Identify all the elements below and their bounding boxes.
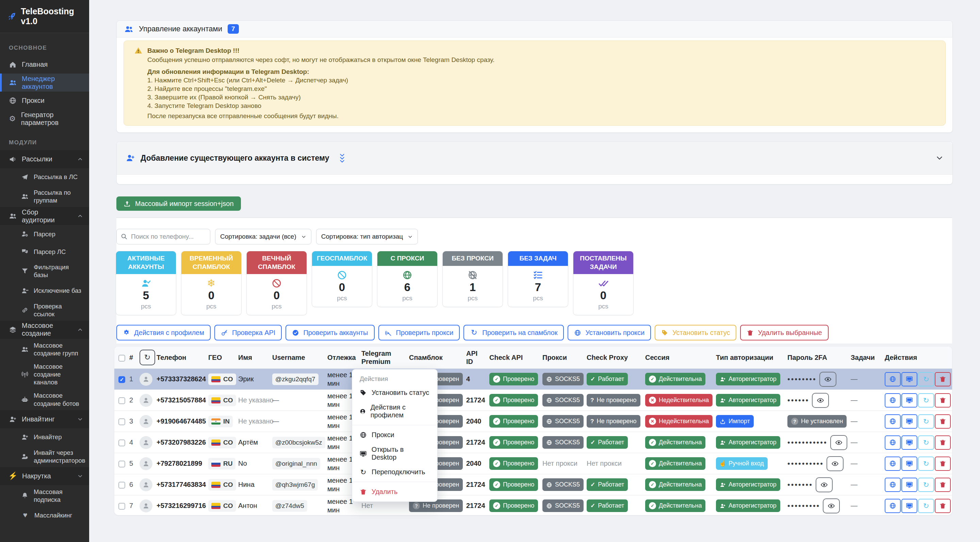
show-password-button[interactable] — [823, 499, 840, 513]
menu-item[interactable]: Действия с профилем — [352, 400, 437, 422]
row-checkbox[interactable] — [118, 418, 125, 425]
sidebar-item[interactable]: Массовая подписка — [0, 485, 89, 506]
bulk-action-button[interactable]: Проверка API — [215, 325, 282, 340]
refresh-table-button[interactable]: ↻ — [140, 350, 155, 365]
sidebar-item[interactable]: Массовое создание ботов — [0, 389, 89, 410]
bulk-action-button[interactable]: Проверить прокси — [379, 325, 460, 340]
select-all-checkbox[interactable] — [118, 355, 125, 362]
delete-button[interactable] — [935, 478, 951, 492]
reconnect-button[interactable]: ↻ — [918, 456, 934, 471]
sidebar-group[interactable]: Инвайтинг — [0, 410, 89, 428]
proxy-button[interactable] — [885, 435, 901, 450]
menu-item[interactable]: ↻Переподключить — [352, 465, 437, 479]
show-password-button[interactable] — [816, 477, 833, 492]
sidebar-item[interactable]: Парсер — [0, 225, 89, 243]
sidebar-item[interactable]: Инвайтер — [0, 428, 89, 446]
status-card[interactable]: ВЕЧНЫЙ СПАМБЛОК 0 pcs — [247, 251, 307, 315]
sidebar-item[interactable]: Исключение баз — [0, 282, 89, 300]
delete-button[interactable] — [935, 456, 951, 471]
open-desktop-button[interactable] — [901, 478, 917, 492]
bulk-import-button[interactable]: Массовый импорт session+json — [116, 196, 241, 211]
sidebar-item[interactable]: Рассылка в ЛС — [0, 168, 89, 186]
add-account-header[interactable]: Добавление существующего аккаунта в сист… — [117, 142, 953, 175]
open-desktop-button[interactable] — [901, 393, 917, 408]
sidebar-item[interactable]: Рассылка по группам — [0, 186, 89, 207]
sidebar-group[interactable]: ⚡Накрутка — [0, 467, 89, 485]
sidebar-item[interactable]: ⚙Генератор параметров — [0, 110, 89, 128]
reconnect-button[interactable]: ↻ — [918, 414, 934, 429]
menu-item[interactable]: Удалить — [352, 485, 437, 499]
phone-search-input[interactable] — [116, 229, 210, 244]
row-checkbox[interactable] — [118, 461, 125, 467]
bulk-action-button[interactable]: Удалить выбранные — [740, 325, 828, 340]
bulk-action-button[interactable]: Установить статус — [655, 325, 737, 340]
status-card[interactable]: АКТИВНЫЕ АККАУНТЫ 5 pcs — [116, 251, 176, 315]
open-desktop-button[interactable] — [901, 499, 917, 513]
row-checkbox[interactable] — [118, 503, 125, 510]
delete-button[interactable] — [935, 435, 951, 450]
sidebar-item[interactable]: Проверка ссылок — [0, 300, 89, 321]
sidebar-item[interactable]: Менеджер аккаунтов — [0, 73, 89, 92]
table-row[interactable]: 4 +573207983226 CO Артём @z00bcsjokw5z м… — [115, 432, 952, 453]
status-card[interactable]: С ПРОКСИ 6 pcs — [377, 251, 438, 307]
proxy-button[interactable] — [885, 478, 901, 492]
reconnect-button[interactable]: ↻ — [918, 435, 934, 450]
show-password-button[interactable] — [812, 393, 829, 408]
reconnect-button[interactable]: ↻ — [918, 393, 934, 408]
reconnect-button[interactable]: ↻ — [918, 499, 934, 513]
bulk-action-button[interactable]: Установить прокси — [568, 325, 651, 340]
sidebar-item[interactable]: Главная — [0, 56, 89, 73]
table-row[interactable]: ✓ 1 +573337328624 CO Эрик @zkgu2qqfq7 ме… — [115, 369, 952, 390]
reconnect-button[interactable]: ↻ — [918, 478, 934, 492]
status-card[interactable]: ГЕОСПАМБЛОК 0 pcs — [312, 251, 372, 307]
proxy-button[interactable] — [885, 372, 901, 386]
sidebar-group[interactable]: Рассылки — [0, 150, 89, 168]
sidebar-group[interactable]: Сбор аудитории — [0, 207, 89, 225]
sort-auth-select[interactable]: Сортировка: тип авторизац — [316, 229, 418, 244]
table-row[interactable]: 6 +573177463834 CO Нина @qh3wjm67g менее… — [115, 474, 952, 495]
bulk-action-button[interactable]: Проверить аккаунты — [285, 325, 374, 340]
delete-button[interactable] — [935, 414, 951, 429]
show-password-button[interactable] — [819, 372, 837, 387]
menu-item[interactable]: Установить статус — [352, 386, 437, 400]
table-row[interactable]: 3 +919064674485 IN Не указано — менее 1 … — [115, 411, 952, 432]
open-desktop-button[interactable] — [901, 372, 917, 386]
row-checkbox[interactable]: ✓ — [118, 376, 125, 383]
sidebar-item[interactable]: Фильтрация базы — [0, 260, 89, 282]
chevron-down-icon[interactable] — [935, 154, 943, 162]
open-desktop-button[interactable] — [901, 435, 917, 450]
show-password-button[interactable] — [830, 435, 847, 450]
open-desktop-button[interactable] — [901, 456, 917, 471]
bulk-action-button[interactable]: ↻Проверить на спамблок — [463, 325, 564, 340]
sidebar-item[interactable]: Прокси — [0, 92, 89, 110]
row-checkbox[interactable] — [118, 482, 125, 489]
proxy-button[interactable] — [885, 499, 901, 513]
row-checkbox[interactable] — [118, 440, 125, 446]
menu-item[interactable]: Прокси — [352, 427, 437, 442]
proxy-button[interactable] — [885, 456, 901, 471]
status-card[interactable]: БЕЗ ЗАДАЧ 7 pcs — [508, 251, 568, 307]
status-card[interactable]: БЕЗ ПРОКСИ 1 pcs — [442, 251, 503, 307]
sidebar-item[interactable]: Парсер ЛС — [0, 243, 89, 260]
sort-tasks-select[interactable]: Сортировка: задачи (все) — [215, 229, 311, 244]
table-row[interactable]: 7 +573216299716 CO Антон @z74dw5 менее 1… — [115, 495, 952, 516]
table-row[interactable]: 5 +79278021899 RU No @original_nnn менее… — [115, 453, 952, 474]
sidebar-item[interactable]: Инвайт через администраторов — [0, 446, 89, 467]
table-row[interactable]: 2 +573215057884 CO Не указано — менее 1 … — [115, 390, 952, 411]
status-card[interactable]: ВРЕМЕННЫЙ СПАМБЛОК ❄ 0 pcs — [181, 251, 242, 315]
delete-button[interactable] — [935, 372, 951, 386]
status-card[interactable]: ПОСТАВЛЕНЫ ЗАДАЧИ 0 pcs — [573, 251, 633, 315]
sidebar-item[interactable]: ♥Масслайкинг — [0, 506, 89, 524]
sidebar-item[interactable]: Массовое создание каналов — [0, 360, 89, 389]
open-desktop-button[interactable] — [901, 414, 917, 429]
sidebar-item[interactable]: Массовое создание групп — [0, 339, 89, 360]
sidebar-group[interactable]: Массовое создание — [0, 321, 89, 339]
show-password-button[interactable] — [827, 456, 843, 471]
delete-button[interactable] — [935, 499, 951, 513]
menu-item[interactable]: Открыть в Desktop — [352, 442, 437, 465]
bulk-action-button[interactable]: Действия с профилем — [116, 325, 211, 340]
reconnect-button[interactable]: ↻ — [918, 372, 934, 386]
proxy-button[interactable] — [885, 414, 901, 429]
proxy-button[interactable] — [885, 393, 901, 408]
delete-button[interactable] — [935, 393, 951, 408]
